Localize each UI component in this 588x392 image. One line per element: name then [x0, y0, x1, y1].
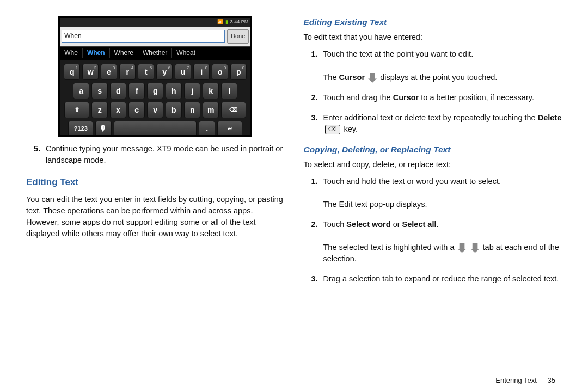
- delete-key-icon: [325, 125, 340, 134]
- key-k[interactable]: k: [203, 83, 219, 99]
- step-text: Enter additional text or delete text by …: [323, 112, 562, 135]
- key-mic[interactable]: 🎙: [95, 121, 112, 137]
- footer-page-number: 35: [548, 376, 555, 384]
- key-t[interactable]: t5: [138, 64, 154, 80]
- left-column: 📶 ▮ 3:44 PM When Done Whe When Where Whe…: [26, 16, 285, 387]
- keyboard-row-2: a s d f g h j k l: [61, 83, 249, 99]
- heading-copying: Copying, Deleting, or Replacing Text: [304, 144, 562, 156]
- key-f[interactable]: f: [128, 83, 145, 99]
- keyboard: q1 w2 e3 r4 t5 y6 u7 i8 o9 p0 a s d f g: [60, 60, 250, 137]
- selection-tab-right-icon: [471, 243, 480, 253]
- key-y[interactable]: y6: [156, 64, 173, 80]
- key-c[interactable]: c: [128, 102, 145, 118]
- key-p[interactable]: p0: [230, 64, 247, 80]
- text-input[interactable]: When: [62, 30, 225, 43]
- step-text: Continue typing your message. XT9 mode c…: [46, 143, 285, 166]
- key-u[interactable]: u7: [175, 64, 191, 80]
- copy-step-2: 2. Touch Select word or Select all. The …: [304, 219, 562, 265]
- step-text: Touch Select word or Select all. The sel…: [323, 219, 562, 265]
- suggestion-row: Whe When Where Whether Wheat: [60, 46, 250, 60]
- battery-icon: ▮: [225, 19, 228, 26]
- intro-edit: To edit text that you have entered:: [304, 32, 562, 43]
- key-shift[interactable]: ⇧: [64, 102, 89, 118]
- key-delete[interactable]: ⌫: [221, 102, 246, 118]
- key-v[interactable]: v: [147, 102, 163, 118]
- step-5: 5. Continue typing your message. XT9 mod…: [26, 143, 285, 166]
- phone-screenshot: 📶 ▮ 3:44 PM When Done Whe When Where Whe…: [58, 16, 252, 137]
- suggestion-item[interactable]: Where: [110, 48, 138, 58]
- keyboard-row-1: q1 w2 e3 r4 t5 y6 u7 i8 o9 p0: [61, 64, 249, 80]
- key-w[interactable]: w2: [82, 64, 99, 80]
- step-text: Touch the text at the point you want to …: [323, 48, 562, 83]
- right-column: Editing Existing Text To edit text that …: [304, 16, 562, 387]
- key-e[interactable]: e3: [101, 64, 117, 80]
- key-o[interactable]: o9: [212, 64, 228, 80]
- key-space[interactable]: [114, 121, 197, 137]
- key-s[interactable]: s: [91, 83, 108, 99]
- keyboard-row-4: ?123 🎙 . ↵: [61, 121, 249, 137]
- status-time: 3:44 PM: [230, 19, 249, 26]
- key-a[interactable]: a: [73, 83, 89, 99]
- suggestion-item-selected[interactable]: When: [83, 48, 110, 58]
- input-row: When Done: [60, 27, 250, 46]
- edit-steps: 1. Touch the text at the point you want …: [304, 48, 562, 134]
- heading-editing-text: Editing Text: [26, 176, 285, 189]
- step-number: 2.: [304, 92, 318, 103]
- heading-editing-existing: Editing Existing Text: [304, 16, 562, 28]
- key-r[interactable]: r4: [119, 64, 136, 80]
- page-footer: Entering Text 35: [495, 376, 555, 384]
- key-h[interactable]: h: [166, 83, 182, 99]
- footer-section: Entering Text: [495, 376, 537, 384]
- intro-copy: To select and copy, delete, or replace t…: [304, 159, 562, 170]
- copy-step-1: 1. Touch and hold the text or word you w…: [304, 176, 562, 210]
- copy-step-3: 3. Drag a selection tab to expand or red…: [304, 273, 562, 285]
- suggestion-item[interactable]: Wheat: [172, 48, 200, 58]
- key-m[interactable]: m: [203, 102, 219, 118]
- suggestion-item[interactable]: Whe: [60, 48, 83, 58]
- done-button[interactable]: Done: [227, 29, 249, 44]
- cursor-icon: [368, 73, 377, 83]
- key-z[interactable]: z: [91, 102, 108, 118]
- key-x[interactable]: x: [110, 102, 126, 118]
- selection-tab-left-icon: [458, 243, 467, 253]
- status-bar: 📶 ▮ 3:44 PM: [60, 18, 250, 27]
- step-number: 1.: [304, 48, 318, 83]
- key-d[interactable]: d: [110, 83, 126, 99]
- key-l[interactable]: l: [221, 83, 237, 99]
- step-list-left: 5. Continue typing your message. XT9 mod…: [26, 143, 285, 166]
- key-q[interactable]: q1: [64, 64, 80, 80]
- key-b[interactable]: b: [166, 102, 182, 118]
- step-number: 2.: [304, 219, 318, 265]
- keyboard-row-3: ⇧ z x c v b n m ⌫: [61, 102, 249, 118]
- wifi-icon: 📶: [217, 19, 223, 26]
- step-text: Drag a selection tab to expand or reduce…: [323, 273, 562, 285]
- step-number: 1.: [304, 176, 318, 210]
- suggestion-item[interactable]: Whether: [138, 48, 172, 58]
- key-period[interactable]: .: [199, 121, 215, 137]
- key-enter[interactable]: ↵: [217, 121, 242, 137]
- step-text: Touch and drag the Cursor to a better po…: [323, 92, 562, 103]
- step-text: Touch and hold the text or word you want…: [323, 176, 562, 210]
- step-number: 3.: [304, 112, 318, 135]
- copy-steps: 1. Touch and hold the text or word you w…: [304, 176, 562, 285]
- key-g[interactable]: g: [147, 83, 163, 99]
- step-number: 5.: [26, 143, 40, 166]
- key-n[interactable]: n: [184, 102, 200, 118]
- key-symbols[interactable]: ?123: [68, 121, 93, 137]
- key-i[interactable]: i8: [193, 64, 210, 80]
- editing-text-body: You can edit the text you enter in text …: [26, 194, 285, 240]
- edit-step-3: 3. Enter additional text or delete text …: [304, 112, 562, 135]
- edit-step-2: 2. Touch and drag the Cursor to a better…: [304, 92, 562, 103]
- step-number: 3.: [304, 273, 318, 285]
- key-j[interactable]: j: [184, 83, 200, 99]
- edit-step-1: 1. Touch the text at the point you want …: [304, 48, 562, 83]
- manual-page: 📶 ▮ 3:44 PM When Done Whe When Where Whe…: [0, 0, 588, 392]
